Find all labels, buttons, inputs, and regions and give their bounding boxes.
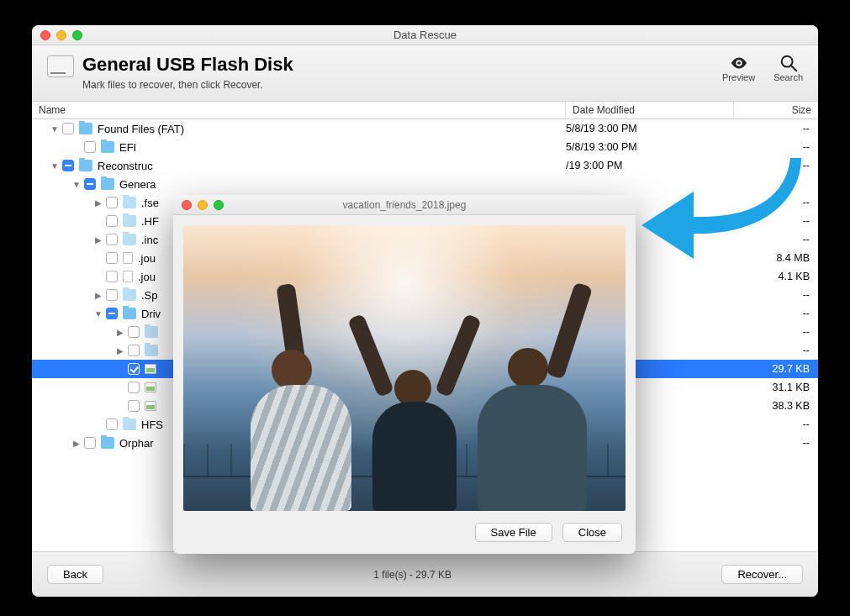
file-date: 5/8/19 3:00 PM <box>566 123 734 134</box>
row-checkbox[interactable] <box>106 252 118 264</box>
main-titlebar: Data Rescue <box>32 25 818 45</box>
preview-titlebar: vacation_friends_2018.jpeg <box>173 195 636 215</box>
folder-icon <box>145 326 158 338</box>
file-size: 8.4 MB <box>734 252 810 264</box>
recover-button[interactable]: Recover... <box>721 565 803 584</box>
file-name: EFI <box>119 141 566 154</box>
folder-icon <box>79 123 92 134</box>
row-checkbox[interactable] <box>62 123 74 134</box>
disclosure-triangle-icon[interactable]: ▶ <box>114 328 126 337</box>
file-size: -- <box>734 123 810 134</box>
disclosure-triangle-icon[interactable]: ▶ <box>71 439 82 448</box>
disclosure-triangle-icon[interactable]: ▼ <box>49 124 61 134</box>
preview-label: Preview <box>722 72 755 82</box>
row-checkbox[interactable] <box>84 141 96 153</box>
folder-icon <box>101 437 114 449</box>
file-name: Genera <box>119 178 566 191</box>
disclosure-triangle-icon[interactable]: ▶ <box>92 291 104 300</box>
image-file-icon <box>145 382 156 392</box>
file-date: /19 3:00 PM <box>566 160 734 171</box>
file-icon <box>123 271 133 282</box>
page-title: General USB Flash Disk <box>82 54 293 76</box>
drive-icon <box>47 55 74 77</box>
disclosure-triangle-icon[interactable]: ▶ <box>92 235 104 245</box>
column-name[interactable]: Name <box>32 102 566 118</box>
file-size: -- <box>734 345 810 356</box>
file-size: 31.1 KB <box>734 382 810 393</box>
image-file-icon <box>145 401 156 411</box>
table-row[interactable]: ▼Genera <box>32 175 818 193</box>
file-size: -- <box>734 326 810 338</box>
preview-window-title: vacation_friends_2018.jpeg <box>173 199 636 211</box>
folder-icon <box>101 178 114 190</box>
folder-icon <box>123 215 136 227</box>
disclosure-triangle-icon[interactable]: ▼ <box>71 180 82 189</box>
table-row[interactable]: ▼Reconstruc/19 3:00 PM-- <box>32 156 818 175</box>
row-checkbox[interactable] <box>62 160 74 171</box>
column-date[interactable]: Date Modified <box>566 102 734 118</box>
file-size: -- <box>734 289 810 301</box>
file-size: 38.3 KB <box>734 400 810 412</box>
column-size[interactable]: Size <box>734 102 818 118</box>
file-size: -- <box>734 437 810 449</box>
disclosure-triangle-icon[interactable]: ▼ <box>92 309 104 319</box>
file-size: -- <box>734 215 810 227</box>
disclosure-triangle-icon[interactable]: ▶ <box>92 198 104 208</box>
svg-point-0 <box>737 61 741 65</box>
row-checkbox[interactable] <box>106 197 118 208</box>
row-checkbox[interactable] <box>128 326 140 338</box>
file-size: -- <box>734 234 810 245</box>
back-button[interactable]: Back <box>47 565 103 584</box>
file-name: Found Files (FAT) <box>98 123 566 135</box>
file-size: 29.7 KB <box>734 363 810 375</box>
row-checkbox[interactable] <box>106 419 118 430</box>
file-name: Reconstruc <box>98 160 566 172</box>
folder-icon <box>123 308 136 319</box>
file-size: -- <box>734 419 810 430</box>
preview-button[interactable]: Preview <box>722 54 755 82</box>
folder-icon <box>123 289 136 301</box>
eye-icon <box>729 54 749 72</box>
folder-icon <box>145 345 158 356</box>
file-size: -- <box>734 308 810 319</box>
folder-icon <box>123 234 136 245</box>
row-checkbox[interactable] <box>128 400 140 412</box>
row-checkbox[interactable] <box>128 382 140 393</box>
file-date: 5/8/19 3:00 PM <box>566 141 734 153</box>
footer: Back 1 file(s) - 29.7 KB Recover... <box>32 551 818 597</box>
row-checkbox[interactable] <box>106 215 118 227</box>
folder-icon <box>79 160 92 171</box>
folder-icon <box>123 419 136 430</box>
window-title: Data Rescue <box>32 29 818 41</box>
close-preview-button[interactable]: Close <box>562 523 622 542</box>
file-size: -- <box>734 197 810 208</box>
row-checkbox[interactable] <box>84 437 96 449</box>
row-checkbox[interactable] <box>106 271 118 282</box>
svg-line-2 <box>790 66 795 71</box>
row-checkbox[interactable] <box>128 345 140 356</box>
preview-window: vacation_friends_2018.jpeg Save File Clo… <box>173 195 636 554</box>
columns-header: Name Date Modified Size <box>32 102 818 119</box>
folder-icon <box>101 141 114 153</box>
row-checkbox[interactable] <box>84 178 96 190</box>
preview-actions: Save File Close <box>173 518 636 554</box>
row-checkbox[interactable] <box>106 308 118 319</box>
toolbar: General USB Flash Disk Mark files to rec… <box>32 45 818 102</box>
folder-icon <box>123 197 136 208</box>
row-checkbox[interactable] <box>128 363 140 375</box>
file-size: -- <box>734 141 810 153</box>
disclosure-triangle-icon[interactable]: ▼ <box>49 161 61 171</box>
file-size: 4.1 KB <box>734 271 810 282</box>
save-file-button[interactable]: Save File <box>475 523 552 542</box>
page-subtitle: Mark files to recover, then click Recove… <box>82 79 293 91</box>
search-button[interactable]: Search <box>773 54 803 82</box>
file-size: -- <box>734 160 810 171</box>
disclosure-triangle-icon[interactable]: ▶ <box>114 346 126 355</box>
image-file-icon <box>145 364 156 374</box>
file-icon <box>123 252 133 264</box>
footer-status: 1 file(s) - 29.7 KB <box>103 569 722 581</box>
row-checkbox[interactable] <box>106 289 118 301</box>
row-checkbox[interactable] <box>106 234 118 245</box>
table-row[interactable]: EFI5/8/19 3:00 PM-- <box>32 138 818 156</box>
table-row[interactable]: ▼Found Files (FAT)5/8/19 3:00 PM-- <box>32 119 818 138</box>
